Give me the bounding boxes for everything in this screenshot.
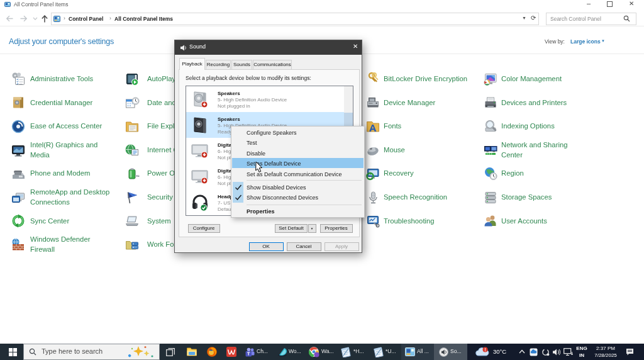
svg-text:!: ! (484, 347, 486, 352)
